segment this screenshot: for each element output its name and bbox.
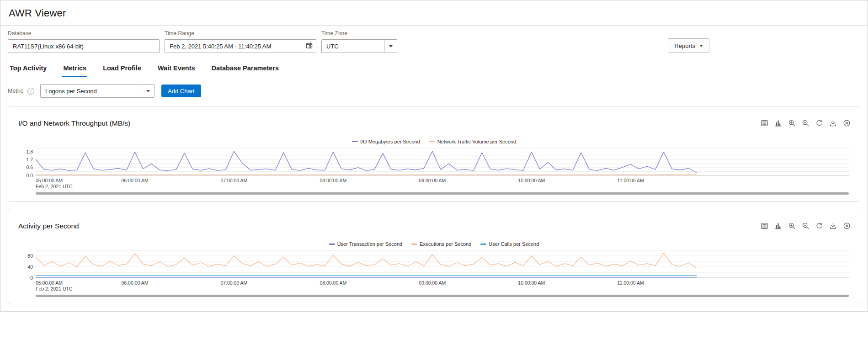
legend-marker (480, 244, 486, 245)
bar-chart-icon[interactable] (774, 119, 782, 127)
legend-label: User Calls per Second (489, 241, 539, 247)
svg-text:1.2: 1.2 (26, 157, 33, 162)
svg-text:06:00:00 AM: 06:00:00 AM (122, 280, 149, 286)
time-zone-field: Time Zone UTC (321, 30, 397, 53)
line-chart[interactable]: 0408005:00:00 AM06:00:00 AM07:00:00 AM08… (15, 249, 853, 292)
line-chart[interactable]: 0.00.61.21.805:00:00 AM06:00:00 AM07:00:… (15, 146, 853, 190)
chart-toolbar (761, 119, 851, 127)
chart-toolbar (761, 222, 851, 230)
page-title: AWR Viewer (9, 7, 859, 19)
metric-select-arrow (142, 85, 154, 97)
chart-hscrollbar[interactable] (36, 295, 849, 297)
legend-item: User Calls per Second (480, 241, 539, 247)
legend-marker (329, 244, 335, 245)
reports-button[interactable]: Reports (668, 38, 709, 53)
database-field: Database (8, 30, 160, 53)
legend-label: Executions per Second (420, 241, 471, 247)
svg-text:40: 40 (27, 264, 33, 270)
legend-label: User Transaction per Second (337, 241, 402, 247)
svg-text:08:00:00 AM: 08:00:00 AM (320, 178, 346, 183)
tab-top-activity[interactable]: Top Activity (9, 60, 48, 77)
bar-chart-icon[interactable] (774, 222, 782, 230)
svg-text:07:00:00 AM: 07:00:00 AM (220, 280, 247, 286)
download-icon[interactable] (829, 119, 837, 127)
svg-text:06:00:00 AM: 06:00:00 AM (122, 178, 149, 183)
chart-svg: 0.00.61.21.805:00:00 AM06:00:00 AM07:00:… (15, 146, 853, 190)
chart-panel-head: Activity per Second (15, 215, 853, 236)
legend-marker (352, 141, 358, 142)
time-range-wrap (165, 39, 316, 53)
zoom-in-icon[interactable] (788, 119, 796, 127)
time-range-label: Time Range (165, 30, 316, 37)
svg-text:1.8: 1.8 (26, 149, 33, 154)
time-zone-arrow (384, 40, 397, 53)
zoom-out-icon[interactable] (802, 119, 809, 127)
page-header: AWR Viewer (0, 0, 868, 26)
tab-wait-events[interactable]: Wait Events (157, 60, 196, 77)
metric-select[interactable]: Logons per Second (40, 84, 154, 98)
time-range-field: Time Range (165, 30, 316, 53)
tab-bar: Top Activity Metrics Load Profile Wait E… (0, 59, 868, 77)
svg-text:11:00:00 AM: 11:00:00 AM (618, 280, 644, 286)
database-input[interactable] (8, 39, 160, 53)
zoom-in-icon[interactable] (788, 222, 796, 230)
chart-svg: 0408005:00:00 AM06:00:00 AM07:00:00 AM08… (15, 249, 853, 292)
legend-item: Network Traffic Volume per Second (429, 139, 516, 144)
legend-label: Network Traffic Volume per Second (437, 139, 516, 144)
svg-text:80: 80 (27, 253, 33, 259)
view-data-icon[interactable] (761, 222, 768, 230)
zoom-out-icon[interactable] (802, 222, 809, 230)
metric-select-value: Logons per Second (41, 88, 101, 95)
svg-text:Feb 2, 2021 UTC: Feb 2, 2021 UTC (36, 286, 73, 291)
calendar-icon (306, 42, 313, 50)
svg-text:0.6: 0.6 (26, 164, 33, 170)
time-zone-label: Time Zone (321, 30, 397, 37)
time-range-input[interactable] (165, 39, 316, 53)
add-chart-button[interactable]: Add Chart (161, 85, 201, 97)
svg-text:05:00:00 AM: 05:00:00 AM (36, 178, 63, 183)
legend-item: User Transaction per Second (329, 241, 402, 247)
legend-item: I/O Megabytes per Second (352, 139, 420, 144)
chevron-down-icon (389, 45, 393, 48)
chart-title: Activity per Second (18, 222, 79, 230)
view-data-icon[interactable] (761, 119, 768, 127)
chart-panel-head: I/O and Network Throughput (MB/s) (15, 112, 853, 133)
chart-panel-activity: Activity per Second User Transaction per… (8, 209, 860, 305)
legend-marker (411, 244, 417, 245)
info-icon[interactable] (27, 88, 34, 95)
svg-text:05:00:00 AM: 05:00:00 AM (36, 280, 63, 286)
chevron-down-icon (146, 90, 150, 92)
time-zone-value: UTC (322, 43, 343, 50)
reset-zoom-icon[interactable] (815, 222, 823, 230)
svg-text:11:00:00 AM: 11:00:00 AM (618, 178, 644, 183)
tab-load-profile[interactable]: Load Profile (102, 60, 142, 77)
legend-item: Executions per Second (411, 241, 471, 247)
time-zone-select[interactable]: UTC (321, 39, 397, 53)
chart-hscrollbar[interactable] (36, 192, 849, 195)
svg-text:Feb 2, 2021 UTC: Feb 2, 2021 UTC (36, 184, 73, 189)
close-icon[interactable] (843, 222, 851, 230)
download-icon[interactable] (829, 222, 837, 230)
date-picker-button[interactable] (304, 41, 314, 51)
tab-database-parameters[interactable]: Database Parameters (211, 60, 280, 77)
close-icon[interactable] (843, 119, 851, 127)
tab-metrics[interactable]: Metrics (62, 60, 87, 77)
metric-label: Metric (8, 88, 23, 94)
chart-legend: User Transaction per SecondExecutions pe… (15, 241, 853, 247)
chevron-down-icon (699, 45, 703, 47)
awr-viewer-app: AWR Viewer Database Time Range (0, 0, 868, 312)
chart-legend: I/O Megabytes per SecondNetwork Traffic … (15, 139, 853, 144)
svg-text:0.0: 0.0 (26, 172, 33, 178)
legend-marker (429, 141, 435, 142)
svg-text:08:00:00 AM: 08:00:00 AM (320, 280, 346, 286)
svg-text:0: 0 (30, 275, 33, 281)
svg-text:10:00:00 AM: 10:00:00 AM (518, 280, 545, 286)
svg-text:09:00:00 AM: 09:00:00 AM (419, 178, 446, 183)
filter-bar: Database Time Range (0, 26, 868, 59)
legend-label: I/O Megabytes per Second (360, 139, 420, 144)
reset-zoom-icon[interactable] (815, 119, 823, 127)
database-label: Database (8, 30, 160, 37)
reports-button-label: Reports (674, 42, 695, 49)
svg-text:10:00:00 AM: 10:00:00 AM (518, 178, 545, 183)
svg-text:09:00:00 AM: 09:00:00 AM (419, 280, 446, 286)
